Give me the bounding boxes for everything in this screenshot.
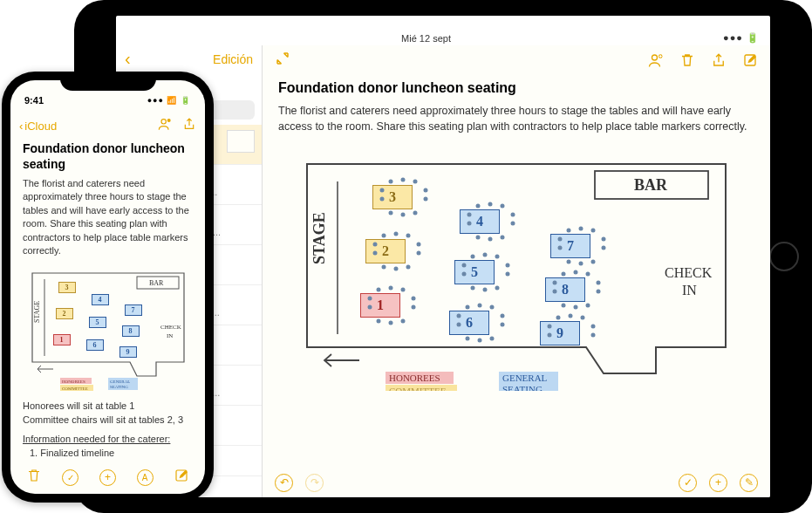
seating-sketch-small[interactable]: BAR STAGE CHECK IN HONOREES COMMITTEE GE… (25, 266, 191, 393)
iphone-device-frame: 9:41 ●●● 📶 🔋 ‹ iCloud Foundation donor l… (2, 72, 214, 503)
status-indicators: ●●● 🔋 (723, 32, 760, 44)
table-3: 3 (372, 185, 413, 209)
note-title: Foundation donor luncheon seating (23, 141, 193, 172)
svg-text:GENERAL: GENERAL (110, 380, 130, 384)
svg-text:HONOREES: HONOREES (62, 380, 85, 384)
svg-text:IN: IN (167, 332, 173, 339)
svg-text:SEATING: SEATING (110, 385, 128, 389)
detail-bottom-toolbar: ↶ ↷ ✓ + ✎ (263, 468, 770, 497)
table-9: 9 (540, 321, 580, 345)
add-people-icon[interactable] (648, 52, 664, 68)
iphone-bottom-toolbar: ✓ + A (10, 461, 205, 494)
table-6: 6 (449, 311, 489, 335)
trash-icon[interactable] (26, 468, 42, 487)
iphone-notch (60, 72, 156, 91)
back-button[interactable]: ‹ iCloud (19, 120, 57, 133)
table-9-sm: 9 (119, 346, 137, 358)
sidebar-back-button[interactable]: ‹ (125, 49, 131, 69)
svg-point-104 (167, 119, 171, 122)
fullscreen-icon[interactable] (275, 51, 290, 70)
ipad-home-button[interactable] (769, 242, 799, 271)
svg-point-103 (161, 120, 166, 124)
table-7: 7 (550, 234, 590, 258)
table-8-sm: 8 (122, 325, 140, 337)
svg-text:CHECK: CHECK (160, 324, 181, 331)
redo-icon[interactable]: ↷ (305, 474, 324, 492)
table-2-sm: 2 (56, 308, 73, 319)
svg-text:STAGE: STAGE (33, 301, 41, 323)
iphone-note-content[interactable]: Foundation donor luncheon seating The fl… (10, 138, 205, 461)
table-5: 5 (454, 260, 495, 284)
note-title: Foundation donor luncheon seating (278, 80, 754, 96)
svg-text:IN: IN (682, 283, 697, 298)
add-icon[interactable]: + (99, 469, 116, 486)
note-line-honorees: Honorees will sit at table 1 (23, 400, 193, 414)
table-7-sm: 7 (125, 304, 142, 316)
checklist-icon[interactable]: ✓ (62, 469, 78, 486)
share-icon[interactable] (182, 117, 196, 134)
note-line-committee: Committee chairs will sit at tables 2, 3 (23, 414, 193, 428)
checklist-icon[interactable]: ✓ (679, 474, 697, 492)
table-1: 1 (360, 293, 400, 318)
svg-text:BAR: BAR (149, 279, 164, 287)
svg-text:HONOREES: HONOREES (389, 373, 440, 383)
ipad-status-bar: . Mié 12 sept ●●● 🔋 (116, 16, 770, 45)
table-8: 8 (545, 277, 585, 302)
table-6-sm: 6 (86, 339, 104, 351)
note-detail-pane: Foundation donor luncheon seating The fl… (263, 45, 770, 497)
table-5-sm: 5 (89, 317, 106, 328)
svg-text:BAR: BAR (634, 176, 668, 194)
iphone-screen: 9:41 ●●● 📶 🔋 ‹ iCloud Foundation donor l… (10, 80, 205, 494)
table-4-sm: 4 (92, 294, 109, 305)
table-2: 2 (365, 239, 406, 263)
svg-text:COMMITTEE: COMMITTEE (389, 386, 447, 391)
status-date: Mié 12 sept (401, 33, 451, 44)
detail-toolbar (263, 45, 770, 75)
svg-text:STAGE: STAGE (310, 213, 328, 265)
note-info-item: 1. Finalized timeline (23, 447, 193, 461)
status-time: . (126, 33, 129, 44)
markup-icon[interactable]: ✎ (740, 474, 758, 492)
add-people-icon[interactable] (158, 117, 172, 134)
compose-icon[interactable] (174, 468, 189, 487)
table-4: 4 (460, 209, 500, 234)
sketch-svg: BAR STAGE CHECK IN HONOREES (278, 147, 754, 391)
note-info-header: Information needed for the caterer: (23, 433, 193, 447)
svg-point-0 (652, 55, 658, 60)
status-indicators: ●●● 📶 🔋 (147, 96, 191, 105)
compose-icon[interactable] (742, 52, 758, 68)
iphone-nav-bar: ‹ iCloud (10, 113, 205, 138)
add-icon[interactable]: + (709, 474, 727, 492)
svg-text:SEATING: SEATING (502, 384, 542, 391)
status-time: 9:41 (24, 95, 44, 106)
svg-text:COMMITTEE: COMMITTEE (62, 386, 88, 391)
note-body: The florist and caterers need approximat… (278, 103, 754, 134)
note-thumbnail (227, 130, 255, 153)
table-1-sm: 1 (53, 334, 71, 345)
seating-sketch[interactable]: BAR STAGE CHECK IN HONOREES (278, 147, 754, 391)
ipad-screen: . Mié 12 sept ●●● 🔋 ‹ Edición iCloud don… (116, 16, 770, 497)
markup-icon[interactable]: A (137, 469, 154, 486)
table-3-sm: 3 (58, 282, 76, 293)
note-body: The florist and caterers need approximat… (23, 177, 193, 257)
sidebar-edit-button[interactable]: Edición (213, 52, 253, 66)
svg-text:CHECK: CHECK (665, 265, 713, 280)
undo-icon[interactable]: ↶ (275, 474, 293, 492)
trash-icon[interactable] (679, 52, 695, 68)
svg-text:GENERAL: GENERAL (502, 373, 548, 383)
share-icon[interactable] (711, 52, 727, 68)
